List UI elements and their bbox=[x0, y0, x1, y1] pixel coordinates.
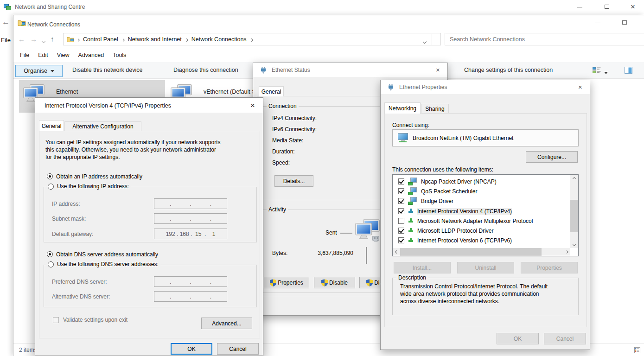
dialog-title: Ethernet Status bbox=[272, 67, 310, 73]
breadcrumb-chevron-icon[interactable] bbox=[185, 36, 188, 43]
nav-forward-icon[interactable]: → bbox=[30, 35, 37, 43]
use-dns-radio[interactable] bbox=[48, 261, 54, 267]
list-item[interactable]: Internet Protocol Version 6 (TCP/IPv6) bbox=[398, 235, 512, 245]
vertical-scrollbar[interactable] bbox=[570, 175, 578, 248]
close-button[interactable]: × bbox=[578, 83, 582, 90]
list-item[interactable]: Npcap Packet Driver (NPCAP) bbox=[398, 177, 497, 186]
nav-recent-chevron-icon[interactable] bbox=[42, 38, 45, 44]
item-label: QoS Packet Scheduler bbox=[421, 188, 477, 195]
item-checkbox[interactable] bbox=[398, 188, 404, 194]
details-view-status-icon[interactable] bbox=[634, 347, 640, 353]
use-dns-label[interactable]: Use the following DNS server addresses: bbox=[57, 261, 159, 267]
address-dropdown-chevron-icon[interactable] bbox=[423, 38, 426, 44]
item-checkbox[interactable] bbox=[398, 178, 404, 184]
ok-button[interactable]: OK bbox=[171, 343, 212, 355]
ipv4-intro-text: You can get IP settings assigned automat… bbox=[45, 139, 260, 161]
horizontal-scroll-thumb[interactable] bbox=[400, 248, 542, 256]
list-item[interactable]: QoS Packet Scheduler bbox=[398, 186, 477, 196]
use-ip-radio-row[interactable]: Use the following IP address: bbox=[46, 183, 131, 190]
menu-advanced[interactable]: Advanced bbox=[78, 52, 104, 58]
nsc-back-arrow-icon[interactable]: ← bbox=[2, 18, 10, 27]
vertical-scroll-thumb[interactable] bbox=[570, 200, 578, 232]
item-checkbox[interactable] bbox=[398, 237, 404, 243]
preview-pane-icon[interactable] bbox=[625, 67, 632, 74]
menu-tools[interactable]: Tools bbox=[113, 52, 126, 58]
menu-bar: File Edit View Advanced Tools bbox=[13, 48, 644, 62]
item-checkbox[interactable] bbox=[398, 198, 404, 204]
nav-up-icon[interactable]: ↑ bbox=[51, 35, 54, 43]
sent-label: Sent bbox=[325, 229, 337, 236]
search-input[interactable] bbox=[445, 33, 644, 45]
list-item-ipv4[interactable]: Internet Protocol Version 4 (TCP/IPv4) bbox=[398, 206, 512, 216]
address-separator bbox=[432, 34, 432, 45]
nc-titlebar: Network Connections bbox=[13, 15, 644, 31]
item-checkbox[interactable] bbox=[398, 208, 404, 214]
obtain-ip-label[interactable]: Obtain an IP address automatically bbox=[56, 173, 142, 180]
breadcrumb-chevron-icon[interactable] bbox=[250, 36, 253, 43]
nc-minimize-button[interactable] bbox=[595, 23, 600, 23]
list-item[interactable]: Microsoft LLDP Protocol Driver bbox=[398, 226, 494, 235]
menu-view[interactable]: View bbox=[57, 52, 70, 58]
breadcrumb-network-connections[interactable]: Network Connections bbox=[188, 36, 250, 43]
disable-network-device-command[interactable]: Disable this network device bbox=[72, 67, 142, 73]
tab-networking[interactable]: Networking bbox=[384, 102, 421, 114]
obtain-dns-label[interactable]: Obtain DNS server address automatically bbox=[56, 251, 158, 258]
scroll-left-button[interactable] bbox=[393, 248, 400, 256]
advanced-button[interactable]: Advanced... bbox=[201, 318, 252, 329]
details-button-label: Details... bbox=[283, 178, 305, 184]
tab-alternative-configuration[interactable]: Alternative Configuration bbox=[64, 121, 141, 131]
view-dropdown-icon[interactable] bbox=[604, 69, 608, 76]
cancel-button[interactable]: Cancel bbox=[217, 343, 259, 355]
breadcrumb-chevron-icon[interactable] bbox=[77, 36, 79, 43]
horizontal-scrollbar[interactable] bbox=[393, 248, 570, 256]
preferred-dns-label: Preferred DNS server: bbox=[52, 279, 107, 285]
list-item[interactable]: Microsoft Network Adapter Multiplexor Pr… bbox=[398, 216, 533, 226]
item-checkbox[interactable] bbox=[398, 218, 404, 224]
item-checkbox[interactable] bbox=[398, 228, 404, 234]
breadcrumb-chevron-icon[interactable] bbox=[122, 36, 124, 43]
change-settings-command[interactable]: Change settings of this connection bbox=[464, 67, 553, 73]
organise-label: Organise bbox=[24, 68, 47, 74]
close-button[interactable]: × bbox=[250, 102, 255, 109]
obtain-ip-radio[interactable] bbox=[47, 173, 53, 179]
tab-general[interactable]: General bbox=[39, 120, 64, 131]
diagnose-connection-command[interactable]: Diagnose this connection bbox=[173, 67, 238, 73]
nc-maximize-button[interactable] bbox=[622, 20, 627, 25]
use-ip-radio[interactable] bbox=[48, 184, 54, 190]
breadcrumb-network-and-internet[interactable]: Network and Internet bbox=[125, 36, 185, 43]
close-button[interactable]: × bbox=[436, 66, 440, 73]
obtain-dns-radio[interactable] bbox=[47, 251, 53, 257]
status-properties-button[interactable]: Properties bbox=[264, 277, 309, 288]
tiles-view-icon[interactable] bbox=[593, 67, 601, 74]
item-label: Bridge Driver bbox=[421, 198, 453, 204]
configure-button[interactable]: Configure... bbox=[526, 151, 578, 163]
nsc-minimize-button[interactable] bbox=[577, 7, 582, 7]
scroll-right-button[interactable] bbox=[563, 248, 570, 256]
uac-shield-icon bbox=[270, 279, 276, 286]
network-adapter-icon bbox=[398, 133, 408, 142]
tab-sharing[interactable]: Sharing bbox=[421, 104, 449, 114]
nsc-file-menu[interactable]: File bbox=[1, 37, 13, 44]
cancel-button[interactable]: Cancel bbox=[544, 333, 586, 344]
list-item[interactable]: Bridge Driver bbox=[398, 196, 453, 206]
protocol-icon bbox=[408, 228, 414, 233]
tab-general[interactable]: General bbox=[259, 86, 284, 96]
nav-back-icon[interactable]: ← bbox=[18, 35, 25, 43]
organise-button[interactable]: Organise bbox=[15, 65, 63, 77]
status-disable-button[interactable]: Disable bbox=[314, 277, 355, 288]
default-gateway-field: 192 . 168 . 15 . 1 bbox=[154, 229, 227, 239]
ipv4-properties-dialog: Internet Protocol Version 4 (TCP/IPv4) P… bbox=[35, 97, 263, 356]
nsc-maximize-button[interactable] bbox=[605, 5, 609, 9]
menu-file[interactable]: File bbox=[20, 52, 29, 58]
menu-edit[interactable]: Edit bbox=[38, 52, 48, 58]
item-count: 2 items bbox=[19, 347, 37, 353]
address-bar[interactable]: Control Panel Network and Internet Netwo… bbox=[63, 33, 441, 45]
scroll-up-button[interactable] bbox=[570, 175, 578, 182]
scroll-down-button[interactable] bbox=[570, 241, 578, 248]
breadcrumb-control-panel[interactable]: Control Panel bbox=[80, 36, 121, 43]
nsc-close-button[interactable]: × bbox=[631, 3, 635, 11]
use-ip-label[interactable]: Use the following IP address: bbox=[57, 183, 129, 190]
details-button[interactable]: Details... bbox=[274, 175, 313, 187]
ok-button[interactable]: OK bbox=[497, 333, 539, 344]
use-dns-radio-row[interactable]: Use the following DNS server addresses: bbox=[46, 261, 160, 267]
